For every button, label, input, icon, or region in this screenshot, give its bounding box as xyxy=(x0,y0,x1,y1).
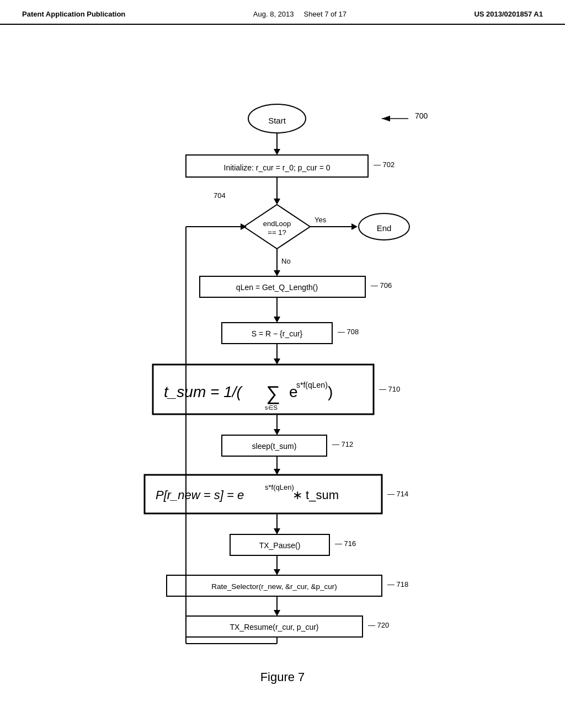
svg-text:— 718: — 718 xyxy=(387,580,408,588)
svg-text:P[r_new = s] = e: P[r_new = s] = e xyxy=(156,488,244,502)
date-label: Aug. 8, 2013 xyxy=(253,10,294,18)
svg-text:700: 700 xyxy=(415,111,428,120)
svg-text:Start: Start xyxy=(268,116,286,125)
publication-label: Patent Application Publication xyxy=(22,10,125,18)
svg-text:End: End xyxy=(377,223,392,233)
svg-text:704: 704 xyxy=(214,191,226,200)
svg-text:— 706: — 706 xyxy=(371,281,392,290)
svg-text:== 1?: == 1? xyxy=(268,228,286,237)
svg-marker-16 xyxy=(351,223,358,230)
svg-text:Yes: Yes xyxy=(315,216,327,224)
svg-marker-5 xyxy=(274,149,280,155)
svg-text:t_sum = 1/(: t_sum = 1/( xyxy=(164,383,243,400)
svg-text:qLen = Get_Q_Length(): qLen = Get_Q_Length() xyxy=(236,283,318,292)
svg-text:— 720: — 720 xyxy=(368,621,389,629)
svg-marker-32 xyxy=(274,358,280,365)
svg-text:s*f(qLen): s*f(qLen) xyxy=(265,483,294,491)
svg-text:s*f(qLen): s*f(qLen) xyxy=(296,381,328,389)
svg-marker-64 xyxy=(274,610,280,616)
svg-marker-72 xyxy=(241,223,247,230)
svg-marker-54 xyxy=(274,528,280,534)
svg-text:— 712: — 712 xyxy=(332,440,353,448)
figure-caption: Figure 7 xyxy=(260,670,305,684)
svg-text:— 708: — 708 xyxy=(338,328,359,336)
svg-text:sleep(t_sum): sleep(t_sum) xyxy=(252,442,297,451)
svg-marker-21 xyxy=(274,270,280,276)
svg-text:): ) xyxy=(328,383,333,400)
page-header: Patent Application Publication Aug. 8, 2… xyxy=(0,0,565,25)
svg-text:No: No xyxy=(281,257,291,265)
svg-text:TX_Pause(): TX_Pause() xyxy=(259,541,301,550)
svg-marker-47 xyxy=(274,469,280,475)
svg-text:∑: ∑ xyxy=(266,382,280,404)
sheet-label: Sheet 7 of 17 xyxy=(304,10,347,18)
svg-marker-10 xyxy=(274,199,280,205)
svg-text:endLoop: endLoop xyxy=(263,220,291,228)
svg-marker-59 xyxy=(274,569,280,575)
svg-text:TX_Resume(r_cur, p_cur): TX_Resume(r_cur, p_cur) xyxy=(230,623,318,631)
flowchart-svg: 700 Start Initialize: r_cur = r_0; p_cur… xyxy=(89,47,476,654)
svg-text:Rate_Selector(r_new, &r_cur, &: Rate_Selector(r_new, &r_cur, &p_cur) xyxy=(211,582,337,591)
svg-text:— 714: — 714 xyxy=(387,490,408,498)
diagram-area: 700 Start Initialize: r_cur = r_0; p_cur… xyxy=(0,25,565,695)
svg-text:S = R − {r_cur}: S = R − {r_cur} xyxy=(252,329,303,338)
svg-text:— 710: — 710 xyxy=(379,385,400,393)
svg-text:Initialize: r_cur = r_0; p_cur: Initialize: r_cur = r_0; p_cur = 0 xyxy=(224,163,331,172)
header-center: Aug. 8, 2013 Sheet 7 of 17 xyxy=(253,10,347,18)
svg-text:— 716: — 716 xyxy=(335,539,356,548)
svg-text:— 702: — 702 xyxy=(374,160,395,169)
svg-marker-42 xyxy=(274,429,280,435)
svg-text:∗ t_sum: ∗ t_sum xyxy=(292,488,339,502)
svg-text:s∈S: s∈S xyxy=(265,404,278,411)
svg-marker-27 xyxy=(274,317,280,323)
patent-number: US 2013/0201857 A1 xyxy=(474,10,543,18)
